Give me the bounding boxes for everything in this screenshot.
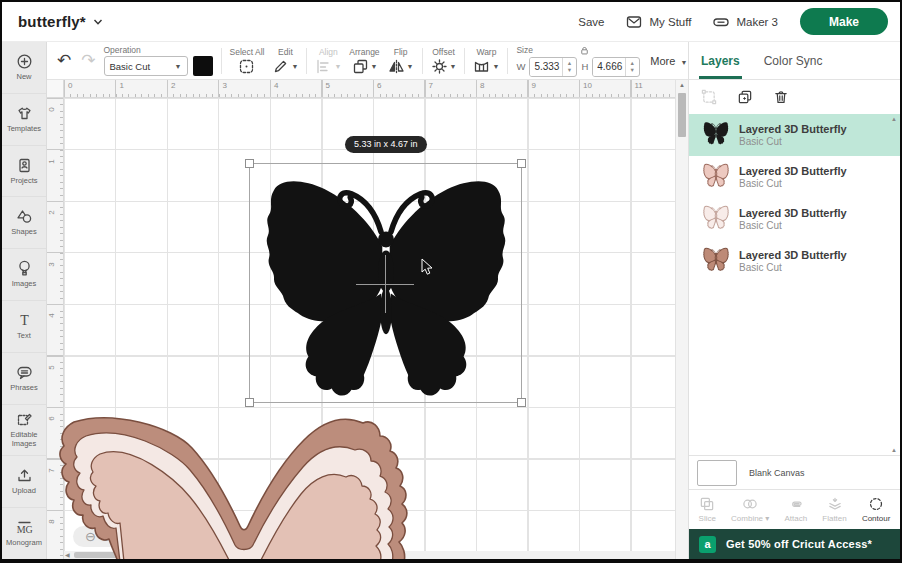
tab-color-sync[interactable]: Color Sync (764, 42, 823, 79)
layer-row[interactable]: Layered 3D Butterfly Basic Cut (689, 240, 900, 282)
upload-arrow-icon (16, 467, 33, 484)
ruler-number: 4 (47, 313, 56, 317)
undo-button[interactable]: ↶ (57, 50, 71, 71)
tool-label: Slice (699, 514, 716, 523)
sidebar-item-editable-images[interactable]: Editable Images (2, 404, 46, 456)
tab-layers[interactable]: Layers (701, 42, 740, 79)
promo-banner[interactable]: a Get 50% off Cricut Access* (689, 529, 900, 559)
combine-button[interactable]: Combine ▾ (731, 496, 769, 523)
machine-select[interactable]: Maker 3 (713, 14, 778, 30)
canvas-color-swatch[interactable] (697, 460, 737, 486)
cutting-machine-icon (713, 14, 729, 30)
operation-select[interactable]: Basic Cut▼ (104, 56, 188, 76)
combine-icon (742, 496, 758, 512)
contour-button[interactable]: Contour (862, 496, 890, 523)
project-title[interactable]: butterfly* (18, 13, 86, 30)
duplicate-icon[interactable] (737, 89, 753, 105)
resize-handle-top-left[interactable] (245, 159, 254, 168)
align-button[interactable]: Align ▼ (315, 47, 341, 75)
height-input[interactable] (593, 58, 625, 76)
sidebar-item-label: Editable Images (2, 431, 46, 448)
warp-button[interactable]: Warp ▼ (473, 47, 499, 75)
redo-button[interactable]: ↷ (81, 50, 95, 71)
layer-row[interactable]: Layered 3D Butterfly Basic Cut (689, 156, 900, 198)
sidebar-item-label: Phrases (10, 384, 38, 393)
sidebar-item-monogram[interactable]: MGMonogram (2, 507, 46, 559)
svg-text:MG: MG (16, 524, 32, 535)
ruler-number: 1 (120, 81, 124, 90)
resize-handle-bottom-left[interactable] (245, 398, 254, 407)
attach-button[interactable]: Attach (784, 496, 807, 523)
sidebar-item-label: Projects (10, 177, 37, 186)
size-label: Size (516, 45, 533, 55)
tool-label: Attach (784, 514, 807, 523)
blank-canvas-label: Blank Canvas (749, 468, 805, 478)
arrange-button[interactable]: Arrange ▼ (349, 47, 379, 75)
layer-title: Layered 3D Butterfly (739, 165, 847, 177)
select-all-button[interactable]: Select All (230, 47, 265, 75)
lock-button[interactable] (579, 45, 590, 56)
warp-icon (473, 58, 490, 75)
sidebar-item-upload[interactable]: Upload (2, 455, 46, 507)
tool-label: Flatten (822, 514, 846, 523)
design-canvas[interactable]: 01234567891011 012345678 ⊖ 100% ⊕ 5.33 i… (47, 80, 688, 559)
ruler-number: 4 (274, 81, 278, 90)
color-swatch[interactable] (193, 56, 213, 76)
sidebar-item-label: New (16, 73, 31, 82)
flatten-icon (827, 496, 843, 512)
offset-button[interactable]: Offset ▼ (431, 47, 457, 75)
my-stuff-button[interactable]: My Stuff (626, 14, 691, 30)
align-icon (315, 58, 332, 75)
ruler-corner (47, 80, 64, 98)
operation-label: Operation (104, 45, 213, 55)
slice-button[interactable]: Slice (699, 496, 716, 523)
project-card-icon (16, 157, 33, 174)
group-icon[interactable] (701, 89, 717, 105)
sidebar-item-text[interactable]: TText (2, 300, 46, 352)
sidebar-item-images[interactable]: Images (2, 248, 46, 300)
save-button[interactable]: Save (578, 16, 604, 28)
speech-bubble-icon (16, 364, 33, 381)
layer-row[interactable]: Layered 3D Butterfly Basic Cut (689, 198, 900, 240)
sidebar-item-new[interactable]: New (2, 42, 46, 93)
resize-handle-bottom-right[interactable] (517, 398, 526, 407)
ruler-horizontal: 01234567891011 (64, 80, 675, 98)
make-button[interactable]: Make (800, 8, 888, 35)
ruler-number: 5 (326, 81, 330, 90)
mouse-cursor (421, 258, 435, 276)
layer-title: Layered 3D Butterfly (739, 207, 847, 219)
letter-t-icon: T (16, 312, 33, 329)
height-stepper[interactable]: ▲▼ (625, 58, 638, 76)
sidebar-item-templates[interactable]: Templates (2, 93, 46, 145)
tshirt-icon (16, 105, 33, 122)
layers-list: ▲ Layered 3D Butterfly Basic Cut Layered… (689, 114, 900, 282)
sidebar-item-projects[interactable]: Projects (2, 145, 46, 197)
chevron-down-icon[interactable] (93, 17, 103, 27)
width-input[interactable] (530, 58, 562, 76)
height-field: ▲▼ (592, 57, 640, 77)
sidebar-item-label: Upload (12, 487, 36, 496)
layer-thumbnail (703, 163, 729, 191)
more-button[interactable]: More ▼ (650, 55, 687, 67)
scroll-down-arrow[interactable]: ▲ (689, 447, 900, 455)
vertical-scrollbar[interactable]: ▲ (675, 80, 688, 559)
layer-row[interactable]: Layered 3D Butterfly Basic Cut (689, 114, 900, 156)
layered-pink-butterfly-shape[interactable] (52, 410, 417, 559)
edit-button[interactable]: Edit ▼ (272, 47, 298, 75)
ruler-number: 0 (68, 81, 72, 90)
sidebar-item-label: Templates (7, 125, 41, 134)
width-stepper[interactable]: ▲▼ (562, 58, 575, 76)
vertical-scroll-thumb[interactable] (678, 93, 686, 137)
trash-icon[interactable] (773, 89, 789, 105)
scroll-up-arrow[interactable]: ▲ (891, 116, 897, 122)
ruler-number: 11 (635, 81, 643, 90)
flatten-button[interactable]: Flatten (822, 496, 846, 523)
panel-tabs: LayersColor Sync (689, 42, 900, 80)
layer-actions (689, 80, 900, 114)
sidebar-item-shapes[interactable]: Shapes (2, 196, 46, 248)
layer-title: Layered 3D Butterfly (739, 249, 847, 261)
sidebar-item-phrases[interactable]: Phrases (2, 352, 46, 404)
balloon-icon (16, 260, 33, 277)
flip-button[interactable]: Flip ▼ (388, 47, 414, 75)
resize-handle-top-right[interactable] (517, 159, 526, 168)
